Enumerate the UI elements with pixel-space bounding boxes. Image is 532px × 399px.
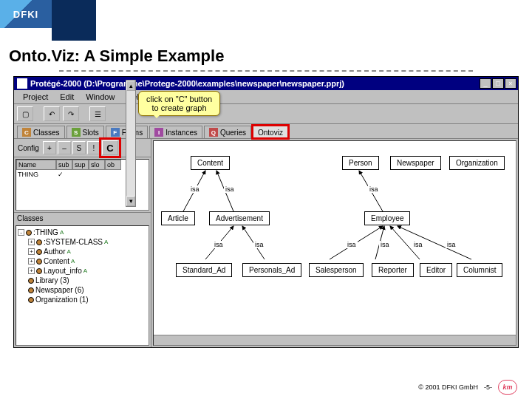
edge-label: isa [446, 241, 457, 248]
menu-window[interactable]: Window [80, 91, 120, 103]
instances-icon: I [154, 128, 163, 137]
node-advertisement[interactable]: Advertisement [209, 211, 270, 225]
node-columnist[interactable]: Columnist [457, 263, 502, 277]
toolbar: click on "C" button to create graph ▢ ↶ … [14, 104, 518, 124]
menu-edit[interactable]: Edit [54, 91, 80, 103]
node-newspaper[interactable]: Newspaper [390, 156, 441, 170]
node-article[interactable]: Article [161, 211, 195, 225]
node-salesperson[interactable]: Salesperson [309, 263, 364, 277]
tab-ontoviz[interactable]: Ontoviz [253, 126, 288, 138]
node-editor[interactable]: Editor [420, 263, 452, 277]
tree-toggle-icon[interactable]: + [28, 248, 35, 255]
node-person[interactable]: Person [342, 156, 379, 170]
close-button[interactable]: × [505, 78, 516, 89]
tab-label: Slots [83, 129, 99, 137]
workspace: Config + – S ! C Name sub sup slo ob THI… [14, 139, 518, 347]
page-number: -5- [484, 383, 492, 391]
title-divider [59, 70, 473, 72]
queries-icon: Q [209, 128, 218, 137]
th-name: Name [16, 160, 56, 170]
class-tree[interactable]: -:THINGA +:SYSTEM-CLASSA +AuthorA +Conte… [16, 225, 149, 346]
node-personals-ad[interactable]: Personals_Ad [242, 263, 301, 277]
tree-item[interactable]: +AuthorA [18, 247, 147, 256]
class-dot-icon [28, 297, 34, 303]
protege-window: Protégé-2000 (D:\Programme\Protege-2000\… [13, 76, 519, 348]
tab-instances[interactable]: IInstances [149, 126, 202, 138]
tree-toggle-icon[interactable]: + [28, 258, 35, 265]
left-panel: Config + – S ! C Name sub sup slo ob THI… [14, 139, 151, 347]
classes-icon: C [22, 128, 31, 137]
tree-item[interactable]: +Layout_infoA [18, 266, 147, 276]
config-s-button[interactable]: S [72, 141, 86, 154]
edge-label: isa [213, 241, 225, 248]
th-slo: slo [89, 160, 105, 170]
window-titlebar[interactable]: Protégé-2000 (D:\Programme\Protege-2000\… [14, 77, 518, 90]
header-block [52, 0, 96, 41]
tree-label: Content [44, 257, 69, 265]
tree-item[interactable]: Newspaper (6) [18, 285, 147, 295]
edge-label: isa [379, 241, 391, 248]
td-sup [72, 170, 89, 179]
tree-label: Newspaper (6) [35, 286, 84, 294]
slide-title: Onto.Viz: A Simple Example [0, 41, 532, 69]
scroll-down-icon[interactable]: ▾ [126, 196, 135, 206]
minimize-button[interactable]: _ [480, 78, 491, 89]
class-dot-icon [36, 268, 42, 274]
km-logo: km [498, 380, 517, 395]
tree-sup: A [104, 239, 108, 245]
tree-toggle-icon[interactable]: + [28, 239, 35, 245]
tree-toggle-icon[interactable]: - [18, 229, 24, 236]
node-reporter[interactable]: Reporter [372, 263, 414, 277]
copyright: © 2001 DFKI GmbH [418, 383, 478, 391]
new-icon[interactable]: ▢ [17, 106, 33, 121]
config-remove-button[interactable]: – [58, 141, 71, 154]
props-icon[interactable]: ☰ [89, 106, 106, 121]
tree-label: :SYSTEM-CLASS [44, 238, 103, 246]
node-standard-ad[interactable]: Standard_Ad [176, 263, 232, 277]
class-dot-icon [26, 230, 32, 236]
node-content[interactable]: Content [191, 156, 230, 170]
config-bang-button[interactable]: ! [87, 141, 100, 154]
tree-label: Library (3) [35, 276, 69, 284]
edge-label: isa [368, 185, 380, 193]
config-add-button[interactable]: + [43, 141, 56, 154]
tab-classes[interactable]: CClasses [17, 126, 65, 138]
tree-item[interactable]: -:THINGA [18, 228, 147, 237]
edge-label: isa [346, 241, 358, 248]
tree-item[interactable]: +ContentA [18, 256, 147, 266]
graph-scrollbar[interactable] [154, 335, 516, 345]
graph-canvas[interactable]: Content Person Newspaper Organization Ar… [153, 140, 516, 346]
th-ob: ob [105, 160, 121, 170]
tab-queries[interactable]: QQueries [204, 126, 251, 138]
tree-item[interactable]: Organization (1) [18, 295, 147, 304]
tree-item[interactable]: Library (3) [18, 276, 147, 285]
tree-label: Author [44, 248, 65, 256]
tab-label: Instances [166, 129, 197, 137]
edge-label: isa [412, 241, 424, 248]
dfki-logo: DFKI [0, 0, 52, 28]
tree-sup: A [60, 229, 64, 236]
class-dot-icon [36, 239, 42, 245]
menu-project[interactable]: Project [17, 91, 54, 103]
tree-toggle-icon[interactable]: + [28, 267, 35, 274]
graph-edges [154, 141, 516, 345]
left-scrollbar[interactable]: ▴ ▾ [126, 80, 136, 207]
class-dot-icon [36, 259, 42, 265]
tab-label: Ontoviz [258, 129, 283, 137]
redo-icon[interactable]: ↷ [63, 106, 79, 121]
td-name: THING [16, 170, 56, 179]
undo-icon[interactable]: ↶ [44, 106, 60, 121]
scroll-track[interactable] [126, 91, 135, 196]
node-employee[interactable]: Employee [364, 211, 410, 225]
callout-tooltip: click on "C" button to create graph [138, 91, 220, 116]
node-organization[interactable]: Organization [449, 156, 505, 170]
tree-item[interactable]: +:SYSTEM-CLASSA [18, 237, 147, 247]
tab-slots[interactable]: SSlots [66, 126, 104, 138]
create-graph-button[interactable]: C [102, 140, 118, 155]
tab-label: Classes [33, 129, 60, 137]
scroll-up-icon[interactable]: ▴ [126, 81, 135, 91]
edge-label: isa [224, 185, 236, 193]
maximize-button[interactable]: □ [492, 78, 504, 89]
app-icon [17, 78, 27, 89]
slide-footer: © 2001 DFKI GmbH -5- km [418, 380, 517, 395]
